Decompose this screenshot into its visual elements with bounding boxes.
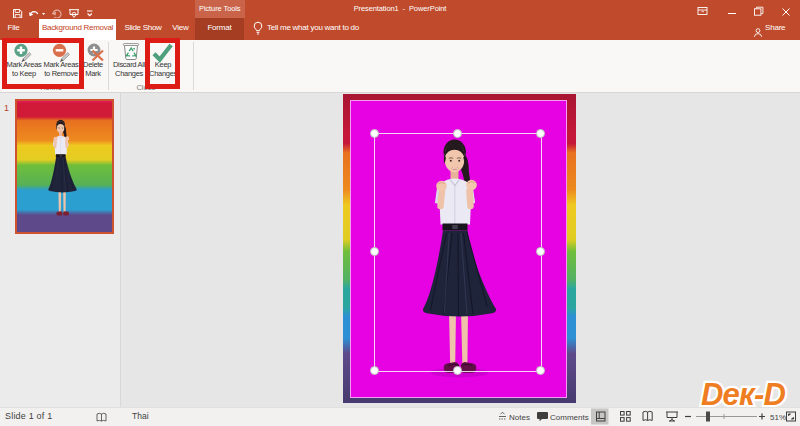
svg-text:51%: 51% xyxy=(770,413,786,422)
svg-text:Notes: Notes xyxy=(509,413,530,422)
svg-text:Comments: Comments xyxy=(550,413,589,422)
